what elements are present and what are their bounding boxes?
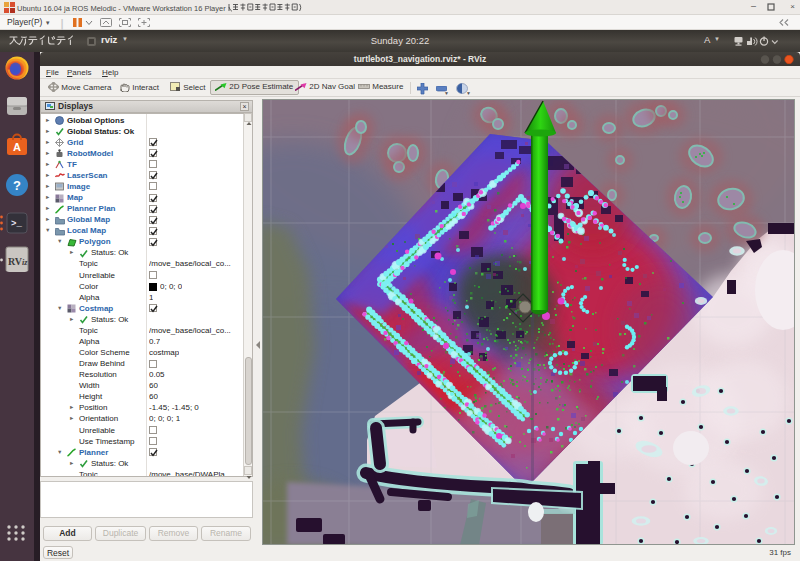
svg-text:?: ?	[13, 178, 21, 193]
svg-text:>_: >_	[11, 219, 22, 229]
svg-text:A: A	[13, 141, 21, 153]
svg-text:RViz: RViz	[8, 256, 28, 267]
